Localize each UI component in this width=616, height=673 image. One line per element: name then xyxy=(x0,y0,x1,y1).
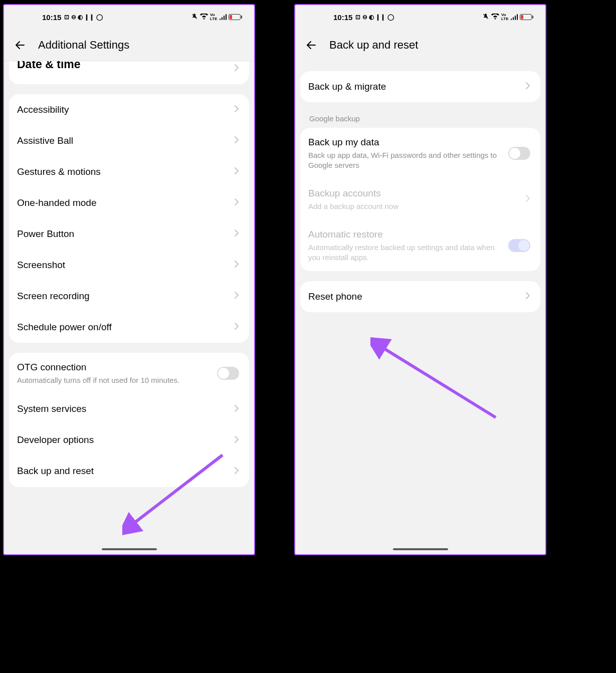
chevron-right-icon xyxy=(525,292,530,302)
back-button[interactable] xyxy=(304,38,318,52)
chevron-right-icon xyxy=(525,194,530,204)
chevron-right-icon xyxy=(234,260,239,270)
status-bar: 10:15 ⊡ ⊖ ◐ ❙❙ ◯ VoLTE xyxy=(4,5,254,29)
row-developer-options[interactable]: Developer options xyxy=(9,425,249,456)
row-backup-migrate[interactable]: Back up & migrate xyxy=(300,71,540,102)
chevron-right-icon xyxy=(234,105,239,115)
section-google-backup: Google backup xyxy=(300,102,540,128)
chevron-right-icon xyxy=(234,64,239,74)
card-reset: Reset phone xyxy=(300,281,540,312)
chevron-right-icon xyxy=(234,167,239,177)
mute-icon xyxy=(482,13,489,22)
settings-card-2: OTG connection Automatically turns off i… xyxy=(9,353,249,487)
signal-icon xyxy=(220,14,227,20)
row-backup-my-data[interactable]: Back up my data Back up app data, Wi-Fi … xyxy=(300,128,540,179)
row-screen-recording[interactable]: Screen recording xyxy=(9,281,249,312)
wifi-icon xyxy=(200,13,208,21)
otg-toggle[interactable] xyxy=(217,367,239,380)
status-time: 10:15 xyxy=(333,13,352,22)
status-icons-left: ⊡ ⊖ ◐ ❙❙ ◯ xyxy=(64,14,102,21)
chevron-right-icon xyxy=(234,467,239,477)
status-icons-left: ⊡ ⊖ ◐ ❙❙ ◯ xyxy=(355,14,393,21)
signal-icon xyxy=(511,14,518,20)
chevron-right-icon xyxy=(234,322,239,332)
chevron-right-icon xyxy=(525,82,530,92)
back-button[interactable] xyxy=(13,38,27,52)
chevron-right-icon xyxy=(234,198,239,208)
home-indicator[interactable] xyxy=(102,548,157,550)
lte-icon: VoLTE xyxy=(210,13,218,21)
row-schedule-power[interactable]: Schedule power on/off xyxy=(9,312,249,343)
status-time: 10:15 xyxy=(42,13,61,22)
header: Back up and reset xyxy=(295,29,545,61)
row-power-button[interactable]: Power Button xyxy=(9,218,249,250)
row-accessibility[interactable]: Accessibility xyxy=(9,94,249,125)
lte-icon: VoLTE xyxy=(501,13,509,21)
settings-card-1: Accessibility Assistive Ball Gestures & … xyxy=(9,94,249,343)
chevron-right-icon xyxy=(234,404,239,414)
row-date-time[interactable]: Date & time xyxy=(9,61,249,84)
screenshot-additional-settings: 10:15 ⊡ ⊖ ◐ ❙❙ ◯ VoLTE Additional Settin… xyxy=(3,4,255,555)
screenshot-backup-reset: 10:15 ⊡ ⊖ ◐ ❙❙ ◯ VoLTE Back up and reset… xyxy=(294,4,546,555)
home-indicator[interactable] xyxy=(393,548,448,550)
row-reset-phone[interactable]: Reset phone xyxy=(300,281,540,312)
settings-card-partial: Date & time xyxy=(9,61,249,84)
chevron-right-icon xyxy=(234,435,239,445)
chevron-right-icon xyxy=(234,291,239,301)
battery-icon xyxy=(520,14,533,20)
wifi-icon xyxy=(491,13,499,21)
auto-restore-toggle[interactable] xyxy=(508,239,530,252)
row-back-up-and-reset[interactable]: Back up and reset xyxy=(9,456,249,487)
chevron-right-icon xyxy=(234,136,239,146)
battery-icon xyxy=(229,14,242,20)
chevron-right-icon xyxy=(234,229,239,239)
status-bar: 10:15 ⊡ ⊖ ◐ ❙❙ ◯ VoLTE xyxy=(295,5,545,29)
card-backup-migrate: Back up & migrate xyxy=(300,71,540,102)
row-automatic-restore[interactable]: Automatic restore Automatically restore … xyxy=(300,220,540,271)
row-otg-connection[interactable]: OTG connection Automatically turns off i… xyxy=(9,353,249,394)
row-one-handed-mode[interactable]: One-handed mode xyxy=(9,187,249,218)
mute-icon xyxy=(191,13,198,22)
card-google-backup: Back up my data Back up app data, Wi-Fi … xyxy=(300,128,540,271)
row-gestures-motions[interactable]: Gestures & motions xyxy=(9,156,249,187)
page-title: Back up and reset xyxy=(329,39,418,52)
row-assistive-ball[interactable]: Assistive Ball xyxy=(9,125,249,156)
row-screenshot[interactable]: Screenshot xyxy=(9,250,249,281)
backup-data-toggle[interactable] xyxy=(508,147,530,160)
header: Additional Settings xyxy=(4,29,254,61)
row-system-services[interactable]: System services xyxy=(9,394,249,425)
page-title: Additional Settings xyxy=(38,39,129,52)
row-backup-accounts[interactable]: Backup accounts Add a backup account now xyxy=(300,179,540,220)
